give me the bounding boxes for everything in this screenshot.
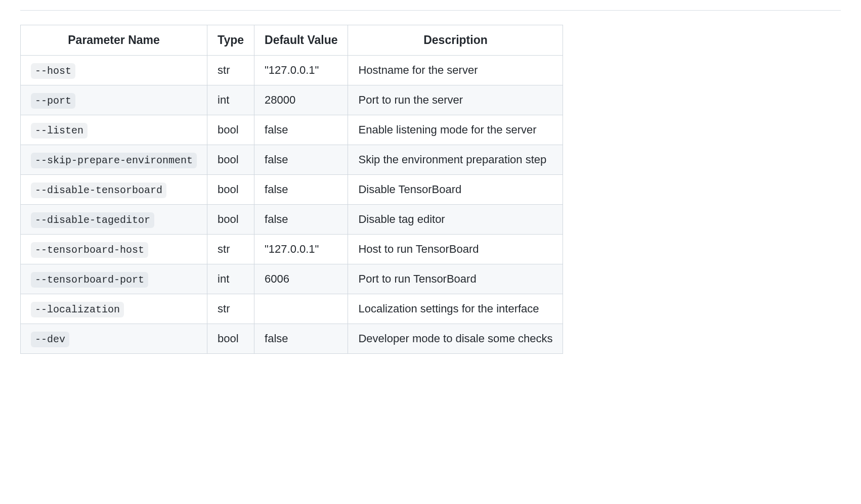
cell-description: Port to run the server xyxy=(348,85,563,115)
parameter-code: --host xyxy=(31,63,75,79)
cell-description: Localization settings for the interface xyxy=(348,294,563,324)
cell-default-value: false xyxy=(254,175,348,205)
parameter-code: --tensorboard-host xyxy=(31,242,148,258)
cell-type: str xyxy=(207,294,254,324)
cell-default-value: false xyxy=(254,115,348,145)
cell-description: Developer mode to disale some checks xyxy=(348,324,563,354)
cell-default-value: false xyxy=(254,205,348,235)
cell-parameter-name: --localization xyxy=(21,294,207,324)
table-row: --tensorboard-portint6006Port to run Ten… xyxy=(21,264,563,294)
table-header-row: Parameter Name Type Default Value Descri… xyxy=(21,25,563,56)
cell-type: str xyxy=(207,235,254,264)
parameters-table: Parameter Name Type Default Value Descri… xyxy=(20,25,563,354)
cell-default-value: 28000 xyxy=(254,85,348,115)
header-description: Description xyxy=(348,25,563,56)
parameter-code: --tensorboard-port xyxy=(31,272,148,288)
table-row: --localizationstrLocalization settings f… xyxy=(21,294,563,324)
cell-parameter-name: --skip-prepare-environment xyxy=(21,145,207,175)
header-default-value: Default Value xyxy=(254,25,348,56)
cell-parameter-name: --listen xyxy=(21,115,207,145)
header-type: Type xyxy=(207,25,254,56)
cell-default-value: 6006 xyxy=(254,264,348,294)
cell-description: Disable tag editor xyxy=(348,205,563,235)
cell-default-value: false xyxy=(254,145,348,175)
cell-parameter-name: --tensorboard-port xyxy=(21,264,207,294)
cell-parameter-name: --disable-tageditor xyxy=(21,205,207,235)
cell-type: int xyxy=(207,85,254,115)
cell-type: bool xyxy=(207,145,254,175)
horizontal-rule xyxy=(20,10,841,11)
cell-description: Disable TensorBoard xyxy=(348,175,563,205)
table-row: --devboolfalseDeveloper mode to disale s… xyxy=(21,324,563,354)
parameter-code: --localization xyxy=(31,302,124,317)
cell-description: Host to run TensorBoard xyxy=(348,235,563,264)
cell-description: Port to run TensorBoard xyxy=(348,264,563,294)
cell-parameter-name: --port xyxy=(21,85,207,115)
table-row: --disable-tensorboardboolfalseDisable Te… xyxy=(21,175,563,205)
parameter-code: --disable-tensorboard xyxy=(31,182,166,198)
cell-default-value xyxy=(254,294,348,324)
table-row: --portint28000Port to run the server xyxy=(21,85,563,115)
cell-parameter-name: --dev xyxy=(21,324,207,354)
cell-type: bool xyxy=(207,205,254,235)
header-parameter-name: Parameter Name xyxy=(21,25,207,56)
cell-type: int xyxy=(207,264,254,294)
cell-description: Hostname for the server xyxy=(348,56,563,85)
table-row: --hoststr"127.0.0.1"Hostname for the ser… xyxy=(21,56,563,85)
cell-parameter-name: --host xyxy=(21,56,207,85)
cell-description: Enable listening mode for the server xyxy=(348,115,563,145)
parameter-code: --dev xyxy=(31,332,69,347)
cell-type: str xyxy=(207,56,254,85)
cell-type: bool xyxy=(207,115,254,145)
cell-type: bool xyxy=(207,175,254,205)
table-row: --tensorboard-hoststr"127.0.0.1"Host to … xyxy=(21,235,563,264)
cell-description: Skip the environment preparation step xyxy=(348,145,563,175)
cell-type: bool xyxy=(207,324,254,354)
cell-default-value: false xyxy=(254,324,348,354)
cell-default-value: "127.0.0.1" xyxy=(254,235,348,264)
parameter-code: --listen xyxy=(31,123,88,139)
cell-parameter-name: --disable-tensorboard xyxy=(21,175,207,205)
cell-default-value: "127.0.0.1" xyxy=(254,56,348,85)
cell-parameter-name: --tensorboard-host xyxy=(21,235,207,264)
table-row: --disable-tageditorboolfalseDisable tag … xyxy=(21,205,563,235)
table-row: --listenboolfalseEnable listening mode f… xyxy=(21,115,563,145)
parameter-code: --skip-prepare-environment xyxy=(31,153,197,168)
parameter-code: --disable-tageditor xyxy=(31,212,154,228)
table-row: --skip-prepare-environmentboolfalseSkip … xyxy=(21,145,563,175)
parameter-code: --port xyxy=(31,93,75,109)
